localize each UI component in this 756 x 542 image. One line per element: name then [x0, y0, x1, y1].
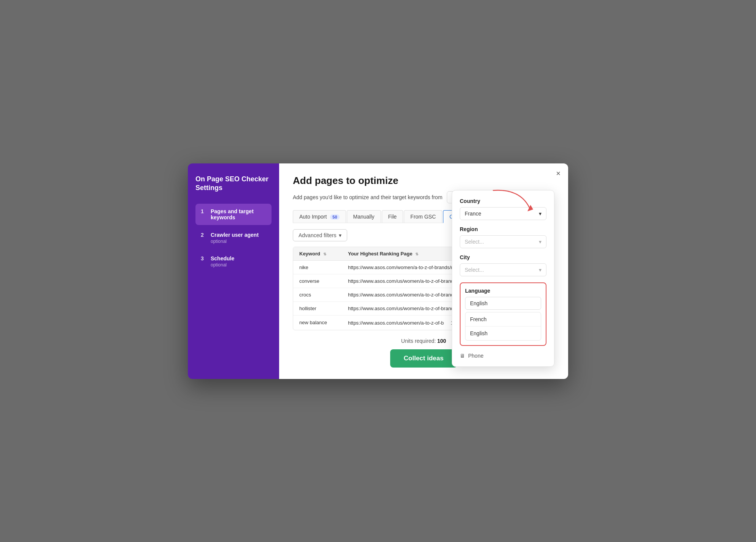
city-select-arrow: ▾: [539, 267, 542, 273]
sidebar-item-1-number: 1: [201, 208, 207, 214]
modal-backdrop: On Page SEO Checker Settings 1 Pages and…: [188, 163, 568, 379]
sidebar-item-3-sublabel: optional: [211, 262, 234, 268]
location-dropdown-panel: Country France ▾ Region Select... ▾ City…: [452, 190, 554, 367]
sidebar-item-1-label: Pages and target keywords: [211, 208, 266, 220]
city-select-placeholder: Select...: [465, 267, 484, 273]
subtitle-text: Add pages you'd like to optimize and the…: [293, 194, 442, 200]
units-value: 100: [437, 338, 446, 344]
tab-file-label: File: [388, 214, 397, 220]
col-keyword: Keyword ⇅: [293, 247, 342, 261]
close-button[interactable]: ×: [556, 170, 561, 177]
ranking-page-sort-icon[interactable]: ⇅: [415, 252, 418, 256]
sidebar: On Page SEO Checker Settings 1 Pages and…: [188, 163, 279, 379]
tab-auto-import-badge: 50: [330, 214, 339, 220]
sidebar-item-crawler[interactable]: 2 Crawler user agent optional: [195, 227, 272, 249]
keyword-cell: hollister: [293, 301, 342, 315]
language-section: Language French English: [460, 282, 546, 346]
region-section: Region Select... ▾: [460, 226, 546, 248]
keyword-sort-icon[interactable]: ⇅: [323, 252, 326, 256]
keyword-cell: new balance: [293, 315, 342, 330]
sidebar-item-2-label: Crawler user agent: [211, 232, 259, 238]
region-select-placeholder: Select...: [465, 239, 484, 245]
country-section: Country France ▾: [460, 198, 546, 220]
keyword-cell: crocs: [293, 288, 342, 301]
advanced-filters-button[interactable]: Advanced filters ▾: [293, 229, 347, 241]
keyword-cell: nike: [293, 260, 342, 274]
sidebar-item-pages[interactable]: 1 Pages and target keywords: [195, 204, 272, 225]
country-select-arrow: ▾: [539, 211, 542, 217]
city-section-label: City: [460, 254, 546, 260]
tab-from-gsc-label: From GSC: [410, 214, 436, 220]
tab-manually-label: Manually: [353, 214, 375, 220]
main-panel: × Add pages to optimize Add pages you'd …: [279, 163, 568, 379]
language-option-french[interactable]: French: [465, 312, 541, 326]
page-title: Add pages to optimize: [293, 175, 554, 187]
tab-auto-import[interactable]: Auto Import 50: [293, 210, 346, 223]
language-search-input[interactable]: [465, 297, 541, 310]
language-option-english[interactable]: English: [465, 326, 541, 340]
sidebar-title: On Page SEO Checker Settings: [195, 175, 272, 193]
phone-icon: 🖥: [460, 353, 465, 359]
sidebar-item-2-number: 2: [201, 232, 207, 238]
sidebar-item-schedule[interactable]: 3 Schedule optional: [195, 251, 272, 272]
region-section-label: Region: [460, 226, 546, 232]
sidebar-item-3-label: Schedule: [211, 255, 234, 261]
collect-ideas-button[interactable]: Collect ideas: [390, 349, 457, 368]
region-select[interactable]: Select... ▾: [460, 235, 546, 248]
language-options-list: French English: [465, 312, 541, 341]
region-select-arrow: ▾: [539, 239, 542, 245]
advanced-filters-label: Advanced filters: [299, 232, 337, 238]
phone-row[interactable]: 🖥 Phone: [460, 350, 546, 359]
tab-auto-import-label: Auto Import: [299, 214, 327, 220]
advanced-filters-chevron: ▾: [339, 232, 341, 238]
city-section: City Select... ▾: [460, 254, 546, 276]
country-select[interactable]: France ▾: [460, 207, 546, 220]
keyword-cell: converse: [293, 274, 342, 288]
tab-from-gsc[interactable]: From GSC: [404, 210, 442, 223]
units-required-text: Units required: 100: [401, 338, 446, 344]
tab-file[interactable]: File: [382, 210, 403, 223]
country-select-value: France: [465, 211, 481, 217]
city-select[interactable]: Select... ▾: [460, 263, 546, 276]
sidebar-item-3-number: 3: [201, 255, 207, 261]
sidebar-item-2-sublabel: optional: [211, 239, 259, 244]
phone-label: Phone: [468, 353, 483, 359]
language-section-label: Language: [465, 288, 541, 294]
country-section-label: Country: [460, 198, 546, 204]
tab-manually[interactable]: Manually: [347, 210, 381, 223]
